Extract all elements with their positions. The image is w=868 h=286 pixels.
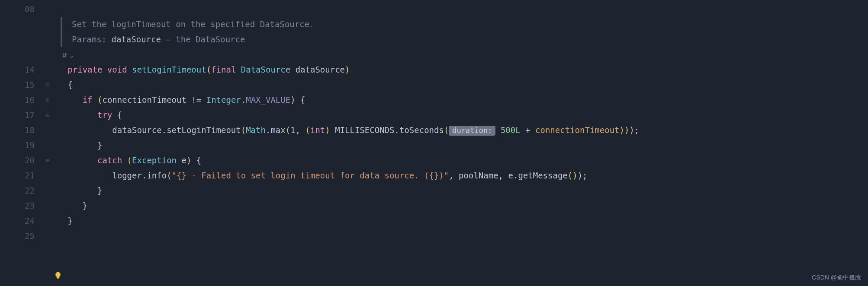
fold-toggle-icon[interactable]: ⊟ xyxy=(43,153,53,168)
lightbulb-icon[interactable] xyxy=(54,271,62,280)
code-line[interactable]: private void setLoginTimeout(final DataS… xyxy=(53,62,868,77)
code-line[interactable]: } xyxy=(53,183,868,198)
code-line[interactable]: try { xyxy=(53,108,868,123)
line-number: 17 xyxy=(0,108,43,123)
override-icon: ⇵ xyxy=(62,50,67,59)
line-number: 21 xyxy=(0,168,43,183)
line-number: 19 xyxy=(0,138,43,153)
javadoc-block: Set the loginTimeout on the specified Da… xyxy=(61,17,868,47)
line-number: 20 xyxy=(0,153,43,168)
fold-toggle-icon[interactable]: ⊟ xyxy=(43,77,53,92)
chevron-down-icon: ⌄ xyxy=(70,52,73,59)
parameter-hint: duration: xyxy=(449,126,495,136)
line-number: 23 xyxy=(0,198,43,213)
code-line[interactable]: { xyxy=(53,77,868,92)
line-number: 08 xyxy=(0,2,43,17)
fold-toggle-icon[interactable]: ⊟ xyxy=(43,108,53,123)
code-line[interactable]: } xyxy=(53,138,868,153)
code-editor[interactable]: 08 14 15 16 17 18 19 20 21 22 23 24 25 ⊟… xyxy=(0,0,868,286)
code-line[interactable]: } xyxy=(53,198,868,213)
code-line[interactable]: dataSource.setLoginTimeout(Math.max(1, (… xyxy=(53,123,868,138)
fold-toggle-icon[interactable]: ⊟ xyxy=(43,92,53,108)
code-line xyxy=(53,2,868,17)
javadoc-params: Params: dataSource – the DataSource xyxy=(72,32,868,47)
code-line[interactable]: } xyxy=(53,213,868,229)
line-number-gutter: 08 14 15 16 17 18 19 20 21 22 23 24 25 xyxy=(0,0,43,286)
line-number: 22 xyxy=(0,183,43,198)
svg-rect-0 xyxy=(57,278,59,279)
code-line[interactable]: catch (Exception e) { xyxy=(53,153,868,168)
inline-gutter-widget[interactable]: ⇵⌄ xyxy=(53,47,868,62)
line-number: 25 xyxy=(0,229,43,244)
line-number: 16 xyxy=(0,92,43,108)
line-number: 14 xyxy=(0,62,43,77)
line-number: 24 xyxy=(0,213,43,229)
code-line[interactable]: logger.info("{} - Failed to set login ti… xyxy=(53,168,868,183)
watermark-text: CSDN @蜀中孤鹰 xyxy=(812,274,861,282)
code-line[interactable]: if (connectionTimeout != Integer.MAX_VAL… xyxy=(53,92,868,108)
line-number: 15 xyxy=(0,77,43,92)
javadoc-summary: Set the loginTimeout on the specified Da… xyxy=(72,17,868,32)
line-number: 18 xyxy=(0,123,43,138)
code-area[interactable]: Set the loginTimeout on the specified Da… xyxy=(53,0,868,286)
fold-gutter: ⊟ ⊟ ⊟ ⊟ xyxy=(43,0,53,286)
